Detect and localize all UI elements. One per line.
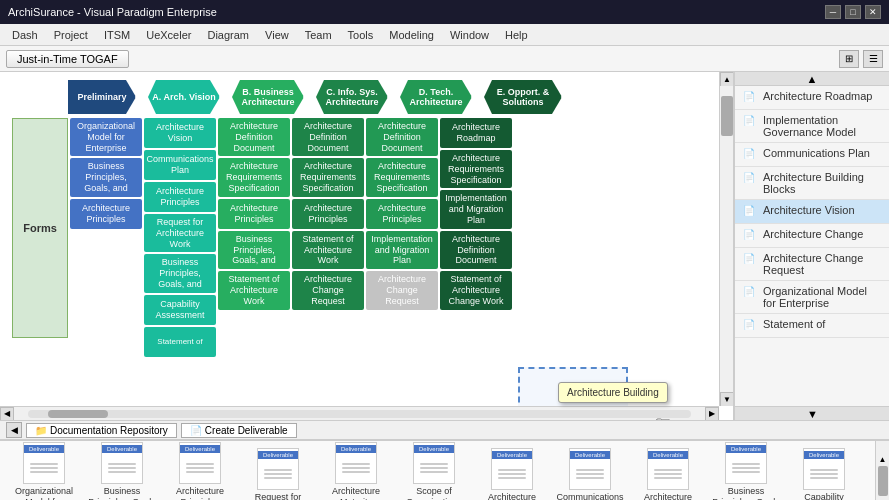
scroll-up-button[interactable]: ▲ xyxy=(720,72,734,86)
cell-c-0[interactable]: Architecture Definition Document xyxy=(292,118,364,156)
cell-d-2[interactable]: Architecture Principles xyxy=(366,199,438,229)
diagram-canvas[interactable]: Preliminary A. Arch. Vision B. Business … xyxy=(0,72,734,420)
vertical-scrollbar[interactable]: ▲ ▼ xyxy=(719,72,733,406)
phase-b[interactable]: B. Business Architecture xyxy=(232,80,304,114)
panel-item-5[interactable]: 📄 Architecture Change xyxy=(735,224,889,248)
scroll-track[interactable] xyxy=(28,410,691,418)
togaf-button[interactable]: Just-in-Time TOGAF xyxy=(6,50,129,68)
deliverable-6[interactable]: Architecture Vision xyxy=(476,448,548,500)
deliverable-icon-2 xyxy=(179,442,221,484)
cell-a-1[interactable]: Communications Plan xyxy=(144,150,216,180)
cell-b-1[interactable]: Architecture Requirements Specification xyxy=(218,158,290,196)
cell-c-3[interactable]: Statement of Architecture Work xyxy=(292,231,364,269)
cell-a-4[interactable]: Business Principles, Goals, and xyxy=(144,254,216,292)
cell-prelim-1[interactable]: Business Principles, Goals, and xyxy=(70,158,142,196)
cell-e-0[interactable]: Architecture Roadmap xyxy=(440,118,512,148)
col-e: Architecture Roadmap Architecture Requir… xyxy=(440,118,512,359)
deliverable-3[interactable]: Request for Architecture Work xyxy=(242,448,314,500)
cell-b-4[interactable]: Statement of Architecture Work xyxy=(218,271,290,309)
panel-item-2[interactable]: 📄 Communications Plan xyxy=(735,143,889,167)
window-controls[interactable]: ─ □ ✕ xyxy=(825,5,881,19)
cell-d-3[interactable]: Implementation and Migration Plan xyxy=(366,231,438,269)
cell-a-6[interactable]: Statement of xyxy=(144,327,216,357)
menu-uexceler[interactable]: UeXceler xyxy=(138,27,199,43)
create-deliverable-button[interactable]: 📄 Create Deliverable xyxy=(181,423,297,438)
doc-icon-3: 📄 xyxy=(743,172,757,184)
panel-item-4[interactable]: 📄 Architecture Vision xyxy=(735,200,889,224)
menu-tools[interactable]: Tools xyxy=(340,27,382,43)
deliverable-1[interactable]: Business Principles, Goals and Drivers xyxy=(86,442,158,500)
minimize-button[interactable]: ─ xyxy=(825,5,841,19)
del-scroll-up[interactable]: ▲ xyxy=(879,455,887,464)
menu-help[interactable]: Help xyxy=(497,27,536,43)
menu-team[interactable]: Team xyxy=(297,27,340,43)
deliverable-4[interactable]: Architecture Maturity Assessment xyxy=(320,442,392,500)
deliverable-9[interactable]: Business Principles, Goals and Drivers (… xyxy=(710,442,782,500)
cell-e-3[interactable]: Architecture Definition Document xyxy=(440,231,512,269)
menu-modeling[interactable]: Modeling xyxy=(381,27,442,43)
toolbar-icon-2[interactable]: ☰ xyxy=(863,50,883,68)
cell-a-0[interactable]: Architecture Vision xyxy=(144,118,216,148)
cell-a-5[interactable]: Capability Assessment xyxy=(144,295,216,325)
cell-e-2[interactable]: Implementation and Migration Plan xyxy=(440,190,512,228)
deliverable-2[interactable]: Architecture Principles (Preliminary) xyxy=(164,442,236,500)
menu-window[interactable]: Window xyxy=(442,27,497,43)
menu-view[interactable]: View xyxy=(257,27,297,43)
vert-scroll-thumb[interactable] xyxy=(721,96,733,136)
deliverable-8[interactable]: Architecture Principles (A) xyxy=(632,448,704,500)
phase-d[interactable]: D. Tech. Architecture xyxy=(400,80,472,114)
phase-e[interactable]: E. Opport. & Solutions xyxy=(484,80,562,114)
close-button[interactable]: ✕ xyxy=(865,5,881,19)
deliverable-10[interactable]: Capability Assessment xyxy=(788,448,860,500)
cell-c-1[interactable]: Architecture Requirements Specification xyxy=(292,158,364,196)
deliverable-0[interactable]: Organizational Model for Enterprise xyxy=(8,442,80,500)
cell-d-0[interactable]: Architecture Definition Document xyxy=(366,118,438,156)
deliverable-5[interactable]: Scope of Organizations Impacted xyxy=(398,442,470,500)
bottom-toolbar: ◀ 📁 Documentation Repository 📄 Create De… xyxy=(0,420,889,440)
menu-dash[interactable]: Dash xyxy=(4,27,46,43)
panel-item-0[interactable]: 📄 Architecture Roadmap xyxy=(735,86,889,110)
panel-scroll-down[interactable]: ▼ xyxy=(735,406,889,420)
horizontal-scrollbar[interactable]: ◀ ▶ xyxy=(0,406,719,420)
del-scroll-thumb[interactable] xyxy=(878,466,888,496)
menu-diagram[interactable]: Diagram xyxy=(199,27,257,43)
menu-itsm[interactable]: ITSM xyxy=(96,27,138,43)
cell-prelim-2[interactable]: Architecture Principles xyxy=(70,199,142,229)
doc-repo-tab[interactable]: 📁 Documentation Repository xyxy=(26,423,177,438)
cell-c-4[interactable]: Architecture Change Request xyxy=(292,271,364,309)
phase-preliminary[interactable]: Preliminary xyxy=(68,80,136,114)
deliverables-scrollbar[interactable]: ▲ ▼ xyxy=(875,441,889,500)
cell-b-0[interactable]: Architecture Definition Document xyxy=(218,118,290,156)
panel-scroll-up[interactable]: ▲ xyxy=(735,72,889,86)
menu-project[interactable]: Project xyxy=(46,27,96,43)
scroll-down-button[interactable]: ▼ xyxy=(720,392,734,406)
nav-left-button[interactable]: ◀ xyxy=(6,422,22,438)
panel-item-3[interactable]: 📄 Architecture Building Blocks xyxy=(735,167,889,200)
cell-e-4[interactable]: Statement of Architecture Change Work xyxy=(440,271,512,309)
panel-item-1[interactable]: 📄 Implementation Governance Model xyxy=(735,110,889,143)
panel-item-6[interactable]: 📄 Architecture Change Request xyxy=(735,248,889,281)
cell-d-popup[interactable]: Architecture Change Request xyxy=(366,271,438,309)
cell-b-2[interactable]: Architecture Principles xyxy=(218,199,290,229)
deliverable-7[interactable]: Communications Plan xyxy=(554,448,626,500)
deliverable-icon-6 xyxy=(491,448,533,490)
cell-e-1[interactable]: Architecture Requirements Specification xyxy=(440,150,512,188)
phase-c[interactable]: C. Info. Sys. Architecture xyxy=(316,80,388,114)
maximize-button[interactable]: □ xyxy=(845,5,861,19)
cell-a-3[interactable]: Request for Architecture Work xyxy=(144,214,216,252)
scroll-thumb[interactable] xyxy=(48,410,108,418)
phase-a[interactable]: A. Arch. Vision xyxy=(148,80,220,114)
scroll-left-button[interactable]: ◀ xyxy=(0,407,14,421)
toolbar-icon-1[interactable]: ⊞ xyxy=(839,50,859,68)
panel-item-8[interactable]: 📄 Statement of xyxy=(735,314,889,338)
scroll-right-button[interactable]: ▶ xyxy=(705,407,719,421)
doc-icon: 📁 xyxy=(35,425,47,436)
cell-d-1[interactable]: Architecture Requirements Specification xyxy=(366,158,438,196)
panel-item-7[interactable]: 📄 Organizational Model for Enterprise xyxy=(735,281,889,314)
cell-prelim-0[interactable]: Organizational Model for Enterprise xyxy=(70,118,142,156)
cell-b-3[interactable]: Business Principles, Goals, and xyxy=(218,231,290,269)
deliverable-icon-8 xyxy=(647,448,689,490)
cell-c-2[interactable]: Architecture Principles xyxy=(292,199,364,229)
vert-scroll-track[interactable] xyxy=(720,86,733,406)
cell-a-2[interactable]: Architecture Principles xyxy=(144,182,216,212)
